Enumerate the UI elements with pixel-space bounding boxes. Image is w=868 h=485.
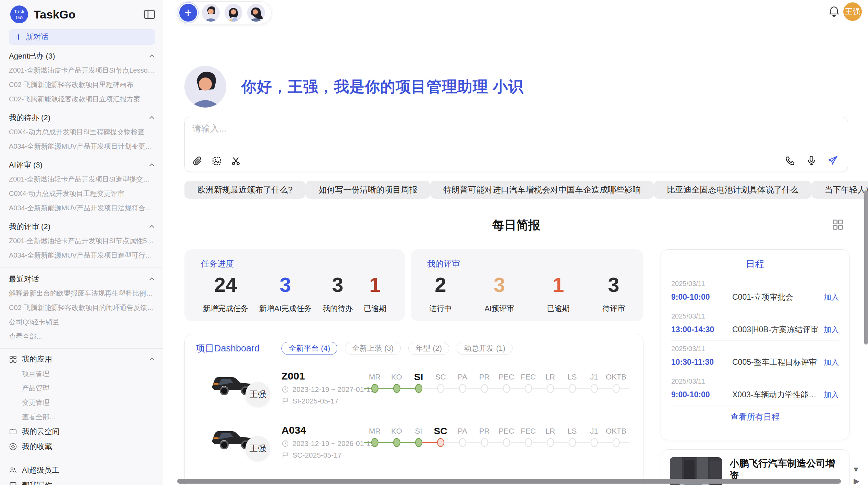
- view-all-schedule-link[interactable]: 查看所有日程: [671, 411, 839, 422]
- milestone-node-overdue: [437, 438, 444, 447]
- chevron-up-icon[interactable]: [148, 53, 155, 60]
- dashboard-title: 项目Dashboard: [196, 342, 260, 355]
- clock-icon: [281, 440, 289, 447]
- sidebar-item-my-apps[interactable]: 我的应用: [9, 352, 155, 366]
- sidebar-app-item[interactable]: 变更管理: [9, 395, 155, 410]
- chevron-up-icon[interactable]: [148, 356, 155, 363]
- sidebar-logo-row: Task Go TaskGo: [9, 5, 155, 23]
- stat-label: 待评审: [602, 303, 625, 314]
- sidebar-item-favorites[interactable]: 我的收藏: [9, 439, 155, 454]
- dashboard-tab[interactable]: 全新平台 (4): [281, 342, 337, 355]
- milestone-pr: PR: [473, 425, 495, 448]
- milestone-node-done: [415, 384, 422, 393]
- member-avatar[interactable]: [202, 4, 220, 22]
- phone-icon[interactable]: [785, 155, 796, 166]
- dashboard-tab[interactable]: 年型 (2): [408, 342, 449, 355]
- news-title: 小鹏飞行汽车制造公司增资: [730, 457, 840, 482]
- sidebar-item-cloud-space[interactable]: 我的云空间: [9, 424, 155, 439]
- suggestion-chip[interactable]: 如何写一份清晰的项目周报: [305, 181, 430, 199]
- sidebar-conversation-item[interactable]: A034-全新新能源MUV产品开发项目法规符合性评审: [9, 201, 155, 215]
- layout-grid-icon[interactable]: [832, 219, 844, 231]
- dashboard-tab[interactable]: 动总开发 (1): [457, 342, 513, 355]
- sidebar-app-item[interactable]: 项目管理: [9, 366, 155, 381]
- sidebar-section-header[interactable]: AI评审 (3): [9, 158, 155, 172]
- join-button[interactable]: 加入: [819, 390, 839, 400]
- paperclip-icon[interactable]: [192, 156, 203, 166]
- milestone-sc: SC: [430, 425, 451, 448]
- vertical-scrollbar-thumb[interactable]: [864, 190, 868, 345]
- sidebar-conversation-item[interactable]: 公司Q3轻卡销量: [9, 315, 155, 329]
- sidebar-conversation-item[interactable]: A034-全新新能源MUV产品开发项目造型可行性评审: [9, 248, 155, 262]
- sidebar-item-ai-super-staff[interactable]: AI超级员工: [9, 463, 155, 478]
- sidebar-item-help-me-write[interactable]: 帮我写作: [9, 478, 155, 485]
- sidebar-conversation-item[interactable]: C02-飞腾新能源轻客改款项目立项汇报方案: [9, 92, 155, 106]
- chevron-up-icon[interactable]: [148, 223, 155, 230]
- sidebar-conversation-item[interactable]: Z001-全新燃油轻卡产品开发项目SI节点属性5D文件评审: [9, 234, 155, 248]
- bell-icon[interactable]: [828, 5, 840, 18]
- new-chat-button[interactable]: 新对话: [9, 29, 155, 45]
- event-time: 9:00-10:00: [671, 390, 726, 399]
- milestone-pa: PA: [451, 425, 473, 448]
- star-badge-icon: [9, 443, 17, 451]
- join-button[interactable]: 加入: [819, 357, 839, 368]
- event-title: C001-立项审批会: [726, 292, 819, 302]
- stat-value: 3: [602, 274, 625, 296]
- sidebar-section-title: AI评审 (3): [9, 160, 43, 170]
- sidebar-conversation-item[interactable]: C0X4-动力总成开发项目工程变更评审: [9, 186, 155, 201]
- suggestion-chip[interactable]: 特朗普可能对进口汽车增税会对中国车企造成哪些影响: [430, 181, 654, 199]
- add-member-button[interactable]: [179, 4, 197, 22]
- sidebar-conversation-item[interactable]: 查看全部...: [9, 329, 155, 344]
- sidebar-section-header[interactable]: 最近对话: [9, 272, 155, 286]
- chat-input[interactable]: [192, 123, 775, 147]
- join-button[interactable]: 加入: [819, 292, 839, 302]
- logo-text-top: Task: [14, 9, 25, 14]
- stat-block: 2 进行中: [429, 274, 452, 314]
- microphone-icon[interactable]: [806, 155, 817, 166]
- sidebar-conversation-item[interactable]: Z001-全新燃油皮卡产品开发项目SI节点Lesson Learn报告: [9, 63, 155, 77]
- horizontal-scrollbar-thumb[interactable]: [177, 479, 841, 484]
- sidebar-conversation-item[interactable]: Z001-全新燃油轻卡产品开发项目SI造型提交物评审: [9, 172, 155, 186]
- member-avatar[interactable]: [225, 4, 242, 22]
- member-avatar[interactable]: [247, 4, 265, 22]
- chevron-up-icon[interactable]: [148, 114, 155, 121]
- sidebar-conversation-item[interactable]: C02-飞腾新能源轻客改款项目的闭环通告反馈情况: [9, 300, 155, 315]
- scissors-icon[interactable]: [231, 156, 241, 166]
- sidebar-conversation-item[interactable]: 解释最新出台的欧盟报废车法规再生塑料比例被调至15%...: [9, 286, 155, 300]
- send-icon[interactable]: [827, 155, 838, 166]
- task-progress-card: 任务进度 24 新增完成任务 3 新增AI完成任务 3 我的待办 1 已逾期: [184, 249, 405, 321]
- dashboard-tab[interactable]: 全新上装 (3): [345, 342, 401, 355]
- sidebar-app-item[interactable]: 查看全部...: [9, 410, 155, 424]
- user-avatar[interactable]: 王强: [843, 2, 862, 21]
- sidebar-section-header[interactable]: 我的待办 (2): [9, 111, 155, 125]
- join-button[interactable]: 加入: [819, 325, 839, 335]
- chevron-up-icon[interactable]: [148, 162, 155, 169]
- user-name: 王强: [845, 7, 860, 17]
- project-dashboard-card: 项目Dashboard 全新平台 (4)全新上装 (3)年型 (2)动总开发 (…: [184, 334, 643, 485]
- suggestion-chip[interactable]: 欧洲新规最近颁布了什么?: [184, 181, 305, 199]
- milestone-node-future: [481, 438, 488, 447]
- sidebar-section-header[interactable]: 我的评审 (2): [9, 220, 155, 234]
- sidebar-conversation-item[interactable]: A034-全新新能源MUV产品开发项目计划变更表编写: [9, 139, 155, 153]
- sidebar-section-header[interactable]: Agent已办 (3): [9, 49, 155, 63]
- suggestion-chip[interactable]: 当下年轻人对汽车外观有怎样的喜好趋势: [811, 181, 868, 199]
- project-row[interactable]: 王强 Z001 2023-12-19 ~ 2027-01-19 SI-2025-…: [185, 368, 643, 422]
- project-row[interactable]: 王强 A034 2023-12-19 ~ 2026-01-19 SC-2025-…: [185, 422, 643, 476]
- suggestion-chip[interactable]: 比亚迪全固态电池计划具体说了什么: [654, 181, 811, 199]
- scroll-down-arrow[interactable]: ▼: [852, 466, 860, 473]
- chevron-up-icon[interactable]: [148, 276, 155, 283]
- project-gate-date: SI-2025-05-17: [292, 397, 338, 405]
- sidebar-conversation-item[interactable]: C0X4-动力总成开发项目SI里程碑提交物检查: [9, 125, 155, 139]
- image-icon[interactable]: [212, 156, 222, 166]
- scroll-right-arrow[interactable]: ▶: [854, 477, 859, 485]
- milestone-mr: MR: [364, 371, 386, 394]
- milestone-node-done: [393, 438, 400, 447]
- sidebar-task-sections: Agent已办 (3) Z001-全新燃油皮卡产品开发项目SI节点Lesson …: [9, 49, 155, 262]
- sidebar-app-item[interactable]: 产品管理: [9, 381, 155, 395]
- milestone-node-future: [525, 438, 532, 447]
- milestone-node-future: [503, 384, 510, 393]
- milestone-pec: PEC: [495, 425, 517, 448]
- stat-block: 3 我的待办: [323, 274, 353, 314]
- sidebar-collapse-icon[interactable]: [144, 9, 155, 20]
- milestone-timeline: MRKOSISCPAPRPECFECLRLSJ1OKTB: [364, 371, 627, 394]
- sidebar-conversation-item[interactable]: C02-飞腾新能源轻客改款项目里程碑画布: [9, 77, 155, 92]
